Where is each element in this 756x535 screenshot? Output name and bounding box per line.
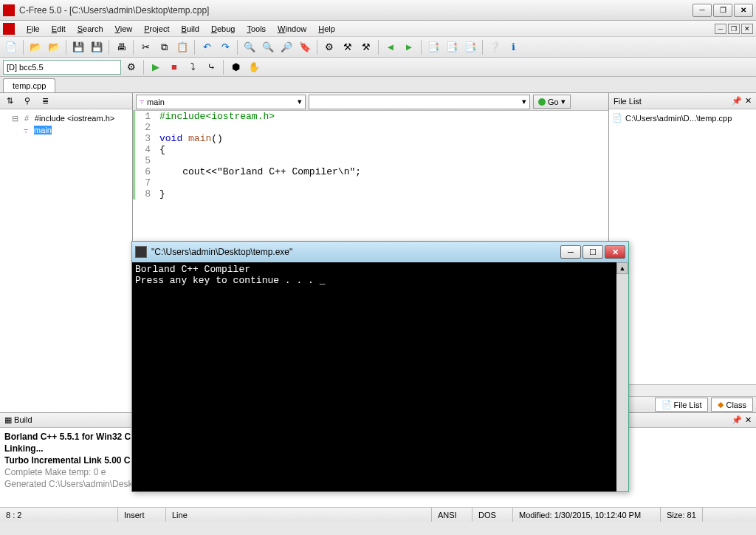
statusbar: 8 : 2 Insert Line ANSI DOS Modified: 1/3… <box>0 507 756 522</box>
replace-icon[interactable]: 🔎 <box>278 39 295 55</box>
function-combo[interactable]: ߹ main ▾ <box>136 95 306 109</box>
console-output[interactable]: Borland C++ Compiler Press any key to co… <box>132 262 616 491</box>
stop-icon[interactable]: ■ <box>166 59 182 75</box>
console-scrollbar[interactable]: ▲ <box>616 262 628 491</box>
step-into-icon[interactable]: ⤷ <box>203 59 219 75</box>
file-list-panel: File List 📌 ✕ 📄 C:\Users\admin\D...\temp… <box>608 93 756 412</box>
status-position: 8 : 2 <box>0 508 118 522</box>
cut-icon[interactable]: ✂ <box>137 39 154 55</box>
compile-icon[interactable]: ⚙ <box>321 39 337 55</box>
go-button[interactable]: Go ▾ <box>533 95 571 109</box>
menu-search[interactable]: Search <box>72 22 109 35</box>
rebuild-icon[interactable]: ⚒ <box>358 39 374 55</box>
new-file-icon[interactable]: 📄 <box>3 39 19 55</box>
menu-help[interactable]: Help <box>312 22 341 35</box>
help-icon[interactable]: ❔ <box>487 39 503 55</box>
list-icon[interactable]: ≣ <box>37 93 53 109</box>
build-icon[interactable]: ⚒ <box>340 39 356 55</box>
about-icon[interactable]: ℹ <box>505 39 521 55</box>
file-list-icon: 📄 <box>662 400 672 409</box>
symbol-panel: ⇅ ⚲ ≣ ⊟ # #include <iostream.h> ߹ main <box>0 93 133 412</box>
tab-class[interactable]: ◆ Class <box>711 398 753 412</box>
save-all-icon[interactable]: 💾 <box>89 39 105 55</box>
console-maximize-button[interactable]: ☐ <box>583 245 603 259</box>
right-panel-tabs: 📄 File List ◆ Class <box>609 396 756 412</box>
status-line: Line <box>166 508 432 522</box>
menubar: File Edit Search View Project Build Debu… <box>0 21 756 37</box>
menu-edit[interactable]: Edit <box>46 22 72 35</box>
close-button[interactable]: ✕ <box>734 4 753 17</box>
breakpoint-icon[interactable]: ⬢ <box>227 59 244 75</box>
tool3-icon[interactable]: 📑 <box>462 39 478 55</box>
tab-file-list[interactable]: 📄 File List <box>655 398 709 412</box>
tool2-icon[interactable]: 📑 <box>444 39 460 55</box>
menu-view[interactable]: View <box>109 22 139 35</box>
tab-temp-cpp[interactable]: temp.cpp <box>3 78 55 92</box>
menu-debug[interactable]: Debug <box>205 22 241 35</box>
open-project-icon[interactable]: 📂 <box>46 39 62 55</box>
paste-icon[interactable]: 📋 <box>174 39 190 55</box>
app-icon <box>3 4 15 16</box>
redo-icon[interactable]: ↷ <box>217 39 233 55</box>
symbol-panel-toolbar: ⇅ ⚲ ≣ <box>0 93 132 109</box>
app-title: C-Free 5.0 - [C:\Users\admin\Desktop\tem… <box>19 5 693 16</box>
compiler-label: [D] bcc5.5 <box>7 63 44 72</box>
compiler-combo[interactable]: [D] bcc5.5 <box>3 60 121 75</box>
menu-window[interactable]: Window <box>272 22 312 35</box>
find-in-files-icon[interactable]: 🔍 <box>260 39 276 55</box>
scroll-up-icon[interactable]: ▲ <box>616 262 628 274</box>
undo-icon[interactable]: ↶ <box>199 39 215 55</box>
status-encoding: ANSI <box>432 508 472 522</box>
mdi-icon <box>3 23 15 35</box>
step-over-icon[interactable]: ⤵ <box>185 59 201 75</box>
function-icon: ߹ <box>140 97 144 106</box>
mdi-restore-button[interactable]: ❐ <box>728 24 740 34</box>
back-icon[interactable]: ◄ <box>382 39 399 55</box>
console-close-button[interactable]: ✕ <box>605 245 625 259</box>
build-close-icon[interactable]: ✕ <box>745 415 752 425</box>
function-icon: ߹ <box>21 125 31 135</box>
tree-item-main[interactable]: ߹ main <box>3 124 129 136</box>
status-modified: Modified: 1/30/2015, 10:12:40 PM <box>513 508 661 522</box>
bookmark-icon[interactable]: 🔖 <box>297 39 313 55</box>
maximize-button[interactable]: ❐ <box>713 4 732 17</box>
hand-icon[interactable]: ✋ <box>246 59 262 75</box>
tree-item-include[interactable]: ⊟ # #include <iostream.h> <box>3 112 129 124</box>
class-icon: ◆ <box>718 400 724 409</box>
build-pin-icon[interactable]: 📌 <box>732 415 742 425</box>
main-toolbar: 📄 📂 📂 💾 💾 🖶 ✂ ⧉ 📋 ↶ ↷ 🔍 🔍 🔎 🔖 ⚙ ⚒ ⚒ ◄ ► … <box>0 37 756 58</box>
compiler-config-icon[interactable]: ⚙ <box>123 59 140 75</box>
menu-file[interactable]: File <box>21 22 46 35</box>
menu-build[interactable]: Build <box>176 22 205 35</box>
file-list-item[interactable]: 📄 C:\Users\admin\D...\temp.cpp <box>612 112 753 123</box>
console-minimize-button[interactable]: ─ <box>560 245 581 259</box>
cpp-file-icon: 📄 <box>612 113 622 123</box>
tool1-icon[interactable]: 📑 <box>425 39 441 55</box>
panel-close-icon[interactable]: ✕ <box>745 96 752 106</box>
save-icon[interactable]: 💾 <box>70 39 86 55</box>
console-title: "C:\Users\admin\Desktop\temp.exe" <box>151 247 560 257</box>
editor-tabstrip: temp.cpp <box>0 77 756 93</box>
scope-combo[interactable]: ▾ <box>309 95 530 109</box>
console-icon <box>135 246 147 258</box>
editor-toolbar: ߹ main ▾ ▾ Go ▾ <box>133 93 608 111</box>
menu-tools[interactable]: Tools <box>241 22 272 35</box>
file-list: 📄 C:\Users\admin\D...\temp.cpp <box>609 109 756 384</box>
menu-project[interactable]: Project <box>138 22 175 35</box>
find-icon[interactable]: 🔍 <box>241 39 258 55</box>
panel-scrollbar[interactable] <box>609 384 756 396</box>
open-icon[interactable]: 📂 <box>27 39 44 55</box>
pin-icon[interactable]: 📌 <box>732 96 742 106</box>
run-icon[interactable]: ▶ <box>148 59 164 75</box>
status-insert: Insert <box>118 508 166 522</box>
sort-icon[interactable]: ⇅ <box>1 93 18 109</box>
print-icon[interactable]: 🖶 <box>113 39 129 55</box>
filter-icon[interactable]: ⚲ <box>19 93 35 109</box>
forward-icon[interactable]: ► <box>401 39 417 55</box>
mdi-close-button[interactable]: ✕ <box>741 24 753 34</box>
symbol-tree: ⊟ # #include <iostream.h> ߹ main <box>0 109 132 412</box>
mdi-minimize-button[interactable]: ─ <box>715 24 726 34</box>
console-titlebar[interactable]: "C:\Users\admin\Desktop\temp.exe" ─ ☐ ✕ <box>132 242 628 262</box>
minimize-button[interactable]: ─ <box>693 4 712 17</box>
copy-icon[interactable]: ⧉ <box>156 39 172 55</box>
